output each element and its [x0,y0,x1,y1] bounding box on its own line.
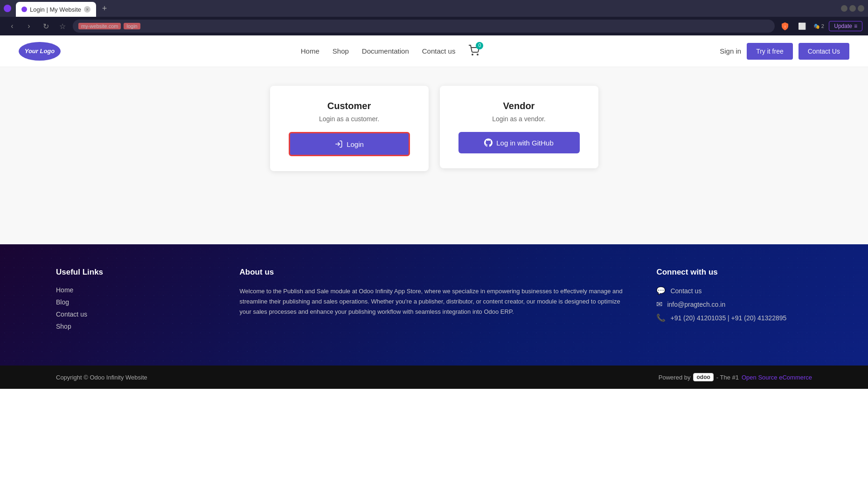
nav-shop[interactable]: Shop [333,47,349,55]
connect-phone: 📞 +91 (20) 41201035 | +91 (20) 41322895 [656,313,812,322]
contact-us-button[interactable]: Contact Us [799,43,849,60]
logo-area: Your Logo [19,42,61,61]
customer-card: Customer Login as a customer. Login [270,86,429,171]
footer-useful-links: Useful Links Home Blog Contact us Shop [56,268,212,335]
svg-point-2 [477,54,478,55]
vendor-subtitle: Login as a vendor. [492,115,545,123]
footer-link-home[interactable]: Home [56,286,212,294]
connect-contact-text[interactable]: Contact us [670,287,701,295]
about-us-text: Welcome to the Publish and Sale module a… [240,286,629,317]
footer-about: About us Welcome to the Publish and Sale… [240,268,629,335]
connect-email-text: info@pragtech.co.in [667,301,725,308]
useful-links-heading: Useful Links [56,268,212,277]
forward-btn[interactable]: › [22,20,35,33]
nav-documentation[interactable]: Documentation [362,47,409,55]
nav-contact[interactable]: Contact us [422,47,456,55]
login-btn-label: Login [347,140,364,148]
connect-contact: 💬 Contact us [656,286,812,295]
login-button[interactable]: Login [289,132,410,156]
main-content: Customer Login as a customer. Login Vend… [0,67,868,244]
extensions-icon[interactable]: 🎭 2 [812,20,825,33]
browser-icon [4,5,11,12]
vendor-card: Vendor Login as a vendor. Log in with Gi… [440,86,598,168]
maximize-btn[interactable]: □ [849,5,856,12]
address-text-1: my-website.com [78,23,121,29]
footer-link-contact[interactable]: Contact us [56,310,212,318]
svg-point-1 [472,54,473,55]
cart-icon[interactable]: 0 [468,45,479,58]
close-btn[interactable]: × [858,5,864,12]
tagline: - The #1 [716,374,739,381]
back-btn[interactable]: ‹ [6,20,19,33]
nav-links: Home Shop Documentation Contact us 0 [301,45,480,58]
address-bar[interactable]: my-website.com login [73,20,775,33]
reload-btn[interactable]: ↻ [39,20,52,33]
logo[interactable]: Your Logo [19,42,61,61]
bookmark-btn[interactable]: ☆ [56,20,69,33]
connect-phone-text: +91 (20) 41201035 | +91 (20) 41322895 [670,314,786,322]
svg-text:!: ! [785,25,785,29]
github-btn-label: Log in with GitHub [496,139,554,147]
copyright-text: Copyright © Odoo Infinity Website [56,374,147,381]
powered-by: Powered by odoo - The #1 Open Source eCo… [659,373,812,381]
customer-subtitle: Login as a customer. [319,115,379,123]
odoo-badge: odoo [693,373,713,381]
footer-grid: Useful Links Home Blog Contact us Shop A… [56,268,812,335]
customer-title: Customer [327,101,371,111]
reader-view-icon[interactable]: ⬜ [795,20,808,33]
github-login-button[interactable]: Log in with GitHub [458,132,580,153]
powered-by-label: Powered by [659,374,691,381]
email-icon: ✉ [656,300,662,309]
ecommerce-link[interactable]: Open Source eCommerce [742,374,812,381]
footer-link-blog[interactable]: Blog [56,298,212,306]
nav-home[interactable]: Home [301,47,319,55]
header-right: Sign in Try it free Contact Us [720,43,849,60]
new-tab-btn[interactable]: + [98,2,111,15]
connect-email: ✉ info@pragtech.co.in [656,300,812,309]
phone-icon: 📞 [656,313,666,322]
footer-bottom: Copyright © Odoo Infinity Website Powere… [0,366,868,389]
try-free-button[interactable]: Try it free [747,43,793,60]
cart-badge: 0 [476,42,483,49]
address-text-2: login [124,23,140,29]
connect-heading: Connect with us [656,268,812,277]
minimize-btn[interactable]: — [841,5,847,12]
chat-icon: 💬 [656,286,666,295]
site-header: Your Logo Home Shop Documentation Contac… [0,35,868,67]
tab-title: Login | My Website [30,6,81,13]
browser-actions: ⬜ 🎭 2 Update ≡ [795,20,862,33]
update-button[interactable]: Update ≡ [829,21,862,31]
about-us-heading: About us [240,268,629,277]
tab-close-btn[interactable]: × [84,6,90,13]
sign-in-link[interactable]: Sign in [720,47,741,55]
tab-favicon [21,7,27,12]
vendor-title: Vendor [503,101,535,111]
footer: Useful Links Home Blog Contact us Shop A… [0,244,868,366]
footer-connect: Connect with us 💬 Contact us ✉ info@prag… [656,268,812,335]
shield-icon: ! [778,20,792,33]
active-tab[interactable]: Login | My Website × [16,2,96,17]
footer-link-shop[interactable]: Shop [56,323,212,330]
